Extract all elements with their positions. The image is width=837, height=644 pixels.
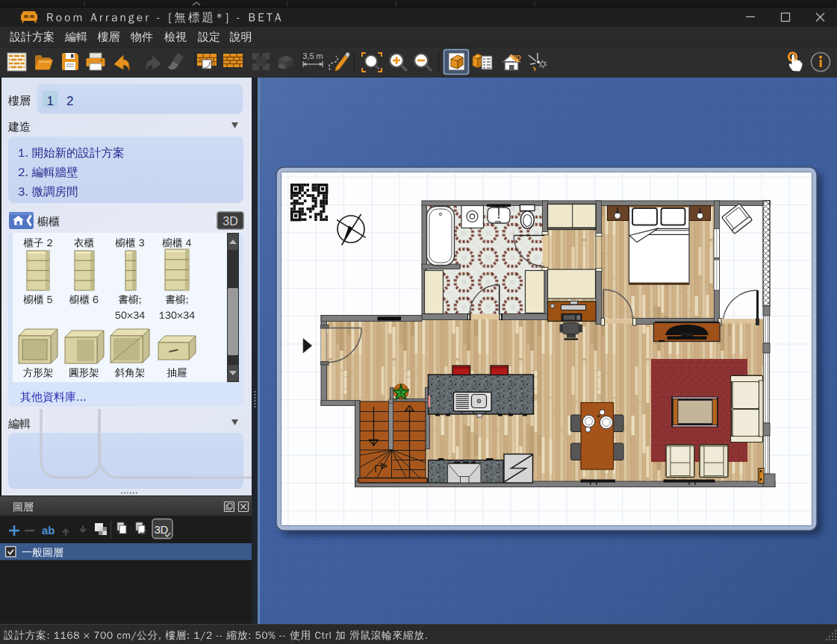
svg-text:1: 1 (47, 94, 54, 108)
svg-text:ab: ab (42, 524, 55, 537)
svg-text:2: 2 (66, 94, 73, 108)
svg-text:3D: 3D (155, 524, 169, 536)
svg-text:3,5 m: 3,5 m (302, 51, 323, 60)
svg-text:3D: 3D (512, 54, 521, 61)
svg-text:3D: 3D (223, 215, 237, 228)
